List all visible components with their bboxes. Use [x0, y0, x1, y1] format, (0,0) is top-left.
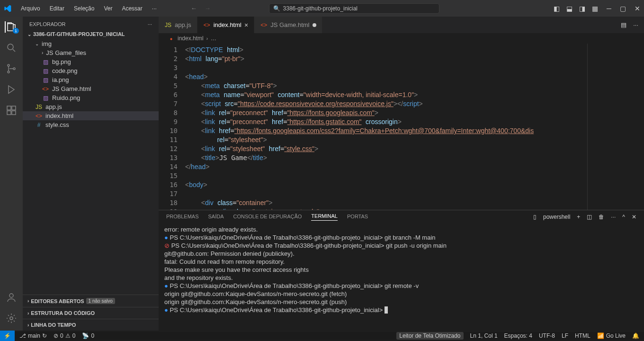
- chevron-right-icon: ›: [27, 311, 29, 316]
- panel-tab[interactable]: PORTAS: [347, 214, 368, 221]
- nav-back-icon[interactable]: ←: [191, 5, 197, 12]
- status-screen-reader[interactable]: Leitor de Tela Otimizado: [396, 332, 463, 340]
- panel-maximize-icon[interactable]: ^: [622, 214, 625, 220]
- status-problems[interactable]: ⊘0 ⚠0: [54, 332, 75, 339]
- svg-rect-5: [12, 106, 16, 110]
- img-file-icon: ▨: [42, 95, 49, 101]
- chevron-right-icon: ›: [27, 323, 29, 328]
- layout-sidebar-right-icon[interactable]: ◨: [579, 5, 585, 12]
- git-branch-icon: ⎇: [19, 332, 26, 339]
- activity-search-icon[interactable]: [6, 42, 17, 54]
- breadcrumb[interactable]: ⬥ index.html › …: [159, 33, 644, 44]
- status-ln-col[interactable]: Ln 1, Col 1: [470, 332, 498, 340]
- layout-panel-icon[interactable]: ⬓: [566, 5, 572, 12]
- html-file-icon: <>: [260, 22, 268, 28]
- status-indentation[interactable]: Espaços: 4: [504, 332, 532, 340]
- terminal-shell-label[interactable]: powershell: [543, 214, 570, 220]
- tree-item[interactable]: ▨code.png: [23, 66, 159, 75]
- menu-editar[interactable]: Editar: [46, 3, 68, 14]
- tree-item[interactable]: <>index.html: [23, 111, 159, 120]
- tree-item[interactable]: ▨ia.png: [23, 75, 159, 84]
- terminal-output[interactable]: error: remote origin already exists.● PS…: [159, 224, 644, 331]
- panel-tab[interactable]: TERMINAL: [311, 213, 338, 221]
- minimap[interactable]: [587, 44, 644, 210]
- status-language[interactable]: HTML: [575, 332, 590, 340]
- menu-selecao[interactable]: Seleção: [70, 3, 98, 14]
- outline-section[interactable]: › ESTRUTURA DO CÓDIGO: [23, 307, 159, 319]
- editor-tab[interactable]: <>JS Game.html: [254, 17, 322, 33]
- status-branch[interactable]: ⎇main↻: [19, 332, 47, 339]
- js-file-icon: JS: [164, 22, 172, 28]
- line-numbers: 12345678910111213141516171819: [159, 44, 185, 210]
- timeline-section[interactable]: › LINHA DO TEMPO: [23, 319, 159, 331]
- tree-item[interactable]: #style.css: [23, 120, 159, 129]
- layout-sidebar-left-icon[interactable]: ◧: [554, 5, 560, 12]
- editor-area: JSapp.js<>index.html×<>JS Game.html ▤ ··…: [159, 17, 644, 331]
- window-close-icon[interactable]: ✕: [635, 5, 640, 12]
- terminal-profile-icon[interactable]: ▯: [533, 214, 537, 220]
- editor-more-icon[interactable]: ···: [633, 21, 638, 28]
- img-file-icon: ▨: [42, 59, 49, 65]
- menu-ver[interactable]: Ver: [100, 3, 116, 14]
- tree-item[interactable]: ▨bg.png: [23, 57, 159, 66]
- editor-tab[interactable]: <>index.html×: [197, 17, 254, 33]
- svg-rect-4: [7, 106, 11, 110]
- status-encoding[interactable]: UTF-8: [539, 332, 555, 340]
- explorer-more-icon[interactable]: ···: [148, 21, 152, 27]
- menu-arquivo[interactable]: Arquivo: [17, 3, 44, 14]
- panel-close-icon[interactable]: ✕: [632, 214, 636, 220]
- project-root-section[interactable]: ⌄ 3386-GIT-GITHUB-PROJETO_INICIAL: [23, 30, 159, 38]
- tree-item[interactable]: <>JS Game.html: [23, 84, 159, 93]
- layout-customize-icon[interactable]: ▦: [592, 5, 598, 12]
- css-file-icon: #: [35, 122, 43, 128]
- editor-tab[interactable]: JSapp.js: [159, 17, 197, 33]
- warning-icon: ⚠: [65, 332, 71, 339]
- html-file-icon: <>: [35, 113, 43, 119]
- tab-close-icon[interactable]: ×: [244, 21, 248, 29]
- status-go-live[interactable]: 📶Go Live: [597, 332, 626, 340]
- chevron-icon: ⌄: [35, 41, 39, 46]
- tree-item[interactable]: ⌄img: [23, 39, 159, 48]
- window-minimize-icon[interactable]: ─: [607, 5, 611, 12]
- panel-tab[interactable]: CONSOLE DE DEPURAÇÃO: [233, 214, 302, 221]
- editor-split-icon[interactable]: ▤: [621, 21, 626, 28]
- terminal-kill-icon[interactable]: 🗑: [599, 214, 604, 220]
- svg-point-3: [13, 68, 15, 70]
- antenna-icon: 📡: [82, 332, 89, 339]
- search-icon: 🔍: [273, 5, 280, 12]
- activity-run-debug-icon[interactable]: [6, 84, 17, 95]
- status-notifications-icon[interactable]: 🔔: [632, 332, 639, 340]
- activity-account-icon[interactable]: [6, 292, 17, 303]
- activity-explorer-icon[interactable]: 1: [5, 21, 17, 33]
- chevron-right-icon: ›: [27, 298, 29, 304]
- terminal-split-icon[interactable]: ◫: [587, 214, 592, 220]
- terminal-more-icon[interactable]: ···: [611, 214, 616, 220]
- svg-point-0: [8, 44, 13, 50]
- activity-extensions-icon[interactable]: [6, 105, 17, 116]
- vscode-logo-icon: [4, 5, 11, 12]
- status-ports[interactable]: 📡0: [82, 332, 94, 339]
- html-file-icon: ⬥: [167, 35, 175, 42]
- menu-acessar[interactable]: Acessar: [118, 3, 146, 14]
- chevron-icon: ›: [42, 50, 43, 55]
- command-center[interactable]: 🔍 3386-git-github-projeto_inicial: [269, 3, 439, 14]
- nav-forward-icon[interactable]: →: [205, 5, 211, 12]
- panel-tab[interactable]: SAÍDA: [208, 214, 224, 221]
- tree-item[interactable]: JSapp.js: [23, 102, 159, 111]
- menu-more-icon[interactable]: ···: [148, 3, 161, 14]
- status-eol[interactable]: LF: [562, 332, 568, 340]
- tree-item[interactable]: ▨Ruido.png: [23, 93, 159, 102]
- remote-indicator-icon[interactable]: ⚡: [0, 331, 15, 341]
- sync-icon: ↻: [42, 332, 47, 339]
- activity-settings-icon[interactable]: [6, 313, 17, 324]
- activity-bar: 1: [0, 17, 23, 331]
- code-editor[interactable]: <!DOCTYPE html> <html lang="pt-br"> <hea…: [185, 44, 587, 210]
- svg-rect-6: [7, 111, 11, 115]
- activity-source-control-icon[interactable]: [6, 63, 17, 74]
- tree-item[interactable]: ›JS Game_files: [23, 48, 159, 57]
- svg-rect-7: [12, 111, 16, 115]
- editors-section[interactable]: › EDITORES ABERTOS 1 não salvo: [23, 295, 159, 307]
- terminal-add-icon[interactable]: +: [577, 214, 580, 220]
- panel-tab[interactable]: PROBLEMAS: [166, 214, 198, 221]
- window-maximize-icon[interactable]: ▢: [620, 5, 626, 12]
